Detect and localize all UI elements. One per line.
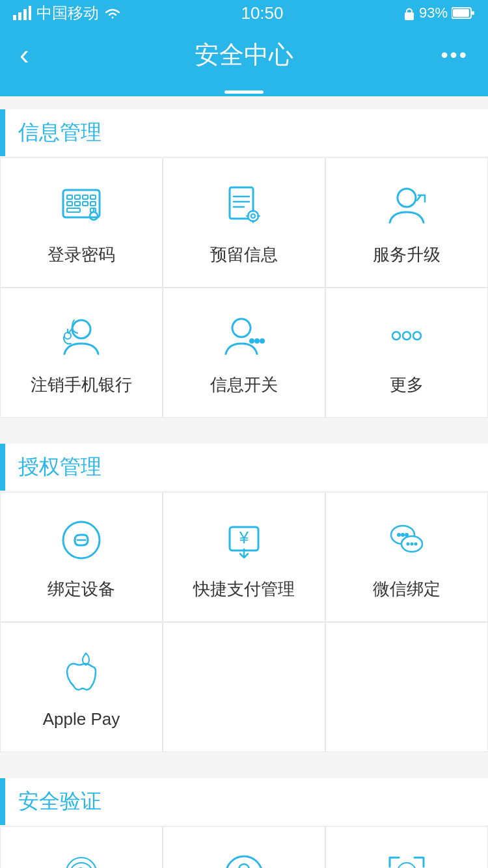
svg-rect-6 (453, 9, 469, 17)
svg-point-35 (72, 320, 90, 338)
svg-rect-7 (472, 11, 474, 15)
svg-rect-10 (75, 195, 80, 199)
auth-empty-2 (325, 622, 488, 752)
svg-rect-9 (67, 195, 72, 199)
svg-point-44 (403, 332, 411, 340)
pay-icon: ¥ (218, 514, 270, 566)
svg-rect-13 (67, 202, 72, 206)
svg-point-25 (248, 211, 258, 221)
link-icon (55, 514, 107, 566)
section-header-auth: 授权管理 (0, 444, 488, 491)
svg-rect-60 (239, 864, 249, 869)
carrier-label: 中国移动 (36, 3, 99, 23)
section-title-security: 安全验证 (18, 787, 102, 816)
signal-icon (13, 6, 31, 20)
reserved-info-item[interactable]: 预留信息 (163, 157, 325, 288)
wifi-icon (104, 6, 121, 20)
more-label: 更多 (390, 373, 424, 396)
svg-rect-1 (18, 12, 21, 20)
svg-point-19 (90, 212, 98, 220)
user-star-icon (218, 310, 270, 362)
fingerprint-item[interactable]: 指纹 (0, 826, 163, 868)
status-time: 10:50 (241, 3, 283, 23)
login-password-item[interactable]: 登录密码 (0, 157, 163, 288)
fingerprint-icon (55, 848, 107, 869)
more-button[interactable]: ••• (441, 43, 468, 67)
quick-pay-item[interactable]: ¥ 快捷支付管理 (163, 492, 325, 622)
svg-point-31 (398, 189, 416, 207)
status-bar: 中国移动 10:50 93% (0, 0, 488, 26)
battery-icon (452, 7, 475, 20)
bind-device-item[interactable]: 绑定设备 (0, 492, 163, 622)
reserved-info-label: 预留信息 (210, 243, 278, 266)
voice-item[interactable]: 声纹 (163, 826, 325, 868)
info-row-1: 登录密码 预留信息 (0, 157, 488, 288)
svg-rect-15 (83, 202, 88, 206)
svg-rect-11 (83, 195, 88, 199)
keyboard-icon (55, 180, 107, 232)
quick-pay-label: 快捷支付管理 (193, 578, 295, 601)
back-button[interactable]: ‹ (20, 38, 59, 71)
cancel-mobile-item[interactable]: 注销手机银行 (0, 288, 163, 418)
user-power-icon (55, 310, 107, 362)
auth-row-2: Apple Pay (0, 622, 488, 752)
svg-point-59 (226, 856, 262, 869)
page-title: 安全中心 (195, 38, 293, 72)
svg-point-40 (249, 338, 254, 344)
wechat-icon (381, 514, 433, 566)
svg-point-56 (407, 542, 410, 545)
dots-icon (381, 310, 433, 362)
pull-tab (0, 83, 488, 96)
info-management-grid: 登录密码 预留信息 (0, 157, 488, 418)
auth-row-1: 绑定设备 ¥ 快捷支付管理 (0, 492, 488, 622)
face-scan-icon (381, 848, 433, 869)
lock-icon (403, 6, 415, 20)
security-verify-grid: 指纹 声纹 (0, 826, 488, 868)
svg-point-52 (397, 533, 401, 537)
svg-point-45 (413, 332, 421, 340)
svg-point-42 (260, 338, 265, 344)
cancel-mobile-label: 注销手机银行 (31, 373, 132, 396)
svg-point-58 (414, 542, 418, 545)
service-upgrade-item[interactable]: 服务升级 (325, 157, 488, 288)
auth-management-grid: 绑定设备 ¥ 快捷支付管理 (0, 492, 488, 752)
svg-point-37 (64, 332, 71, 339)
svg-rect-12 (90, 195, 96, 199)
apple-pay-label: Apple Pay (43, 709, 120, 729)
svg-rect-2 (23, 9, 27, 20)
security-row-1: 指纹 声纹 (0, 826, 488, 868)
apple-icon (55, 645, 107, 698)
svg-rect-0 (13, 15, 16, 20)
apple-pay-item[interactable]: Apple Pay (0, 622, 163, 752)
wechat-bind-item[interactable]: 微信绑定 (325, 492, 488, 622)
svg-text:¥: ¥ (239, 528, 249, 547)
gap-1 (0, 418, 488, 431)
info-switch-label: 信息开关 (210, 373, 278, 396)
svg-point-53 (401, 533, 405, 537)
nav-bar: ‹ 安全中心 ••• (0, 26, 488, 83)
section-title-auth: 授权管理 (18, 453, 102, 481)
battery-label: 93% (419, 5, 448, 21)
wechat-bind-label: 微信绑定 (373, 578, 441, 601)
document-settings-icon (218, 180, 270, 232)
svg-rect-3 (29, 6, 31, 20)
face-item[interactable]: 刷脸 (325, 826, 488, 868)
svg-point-41 (254, 338, 260, 344)
info-row-2: 注销手机银行 信息开关 (0, 288, 488, 418)
status-carrier-area: 中国移动 (13, 3, 121, 23)
svg-rect-14 (75, 202, 80, 206)
pull-tab-indicator (224, 90, 264, 94)
microphone-icon (218, 848, 270, 869)
status-right-area: 93% (403, 5, 475, 21)
svg-rect-16 (90, 202, 96, 206)
service-upgrade-label: 服务升级 (373, 243, 441, 266)
auth-empty-1 (163, 622, 325, 752)
svg-point-63 (398, 863, 416, 869)
info-switch-item[interactable]: 信息开关 (163, 288, 325, 418)
svg-point-39 (232, 319, 251, 337)
svg-point-57 (411, 542, 414, 545)
section-title-info: 信息管理 (18, 118, 102, 147)
more-item[interactable]: 更多 (325, 288, 488, 418)
svg-rect-4 (405, 12, 414, 20)
section-header-info: 信息管理 (0, 109, 488, 156)
